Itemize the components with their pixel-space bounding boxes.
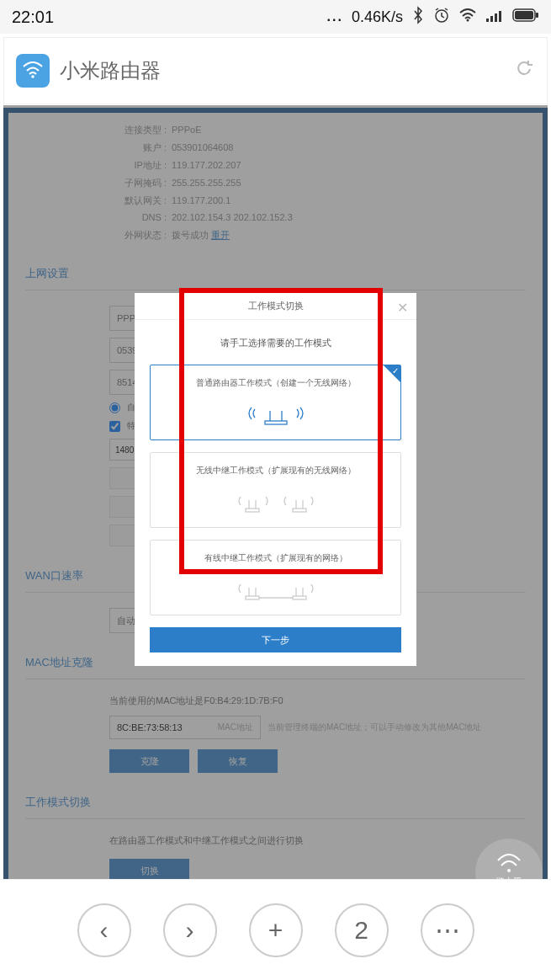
svg-point-1 — [467, 19, 469, 22]
page-title: 小米路由器 — [60, 57, 513, 84]
close-icon[interactable]: ✕ — [397, 300, 408, 316]
more-dots: ... — [327, 9, 343, 24]
svg-rect-8 — [536, 13, 538, 18]
svg-rect-15 — [246, 509, 259, 512]
router-icon — [159, 401, 392, 426]
forward-button[interactable]: › — [163, 903, 217, 957]
wireless-repeat-icon — [159, 488, 392, 514]
wired-repeat-icon — [159, 576, 392, 601]
alarm-icon — [433, 7, 450, 27]
back-button[interactable]: ‹ — [77, 903, 131, 957]
svg-point-26 — [507, 869, 511, 872]
mode-option-router[interactable]: 普通路由器工作模式（创建一个无线网络） — [150, 365, 401, 440]
battery-icon — [512, 8, 539, 25]
svg-rect-25 — [293, 596, 306, 599]
new-tab-button[interactable]: + — [249, 903, 303, 957]
svg-rect-12 — [265, 421, 287, 424]
mode-switch-modal: 工作模式切换 ✕ 请手工选择需要的工作模式 普通路由器工作模式（创建一个无线网络… — [135, 293, 416, 666]
mode-option-wireless-repeat[interactable]: 无线中继工作模式（扩展现有的无线网络） — [150, 452, 401, 528]
modal-header: 工作模式切换 ✕ — [135, 293, 416, 320]
refresh-icon[interactable] — [513, 58, 535, 83]
svg-rect-18 — [293, 509, 306, 512]
browser-bottom-nav: ‹ › + 2 ⋯ — [0, 879, 551, 980]
tabs-button[interactable]: 2 — [335, 903, 389, 957]
bluetooth-icon — [411, 6, 425, 28]
next-button[interactable]: 下一步 — [150, 627, 401, 652]
svg-rect-3 — [490, 16, 493, 22]
status-icons: ... 0.46K/s — [327, 6, 539, 28]
modal-prompt: 请手工选择需要的工作模式 — [150, 337, 401, 349]
svg-rect-7 — [515, 11, 533, 19]
signal-icon — [485, 8, 504, 26]
wifi-icon — [458, 8, 477, 26]
svg-rect-5 — [499, 11, 501, 22]
wifi-app-icon — [16, 54, 50, 88]
svg-rect-4 — [495, 13, 497, 22]
check-icon — [384, 365, 400, 382]
mode-option-wired-repeat[interactable]: 有线中继工作模式（扩展现有的网络） — [150, 540, 401, 615]
svg-rect-21 — [246, 596, 259, 599]
clock: 22:01 — [12, 8, 54, 27]
modal-title: 工作模式切换 — [248, 300, 304, 312]
net-speed: 0.46K/s — [352, 8, 403, 26]
svg-point-9 — [31, 75, 34, 78]
menu-button[interactable]: ⋯ — [421, 903, 474, 957]
status-bar: 22:01 ... 0.46K/s — [0, 0, 551, 34]
svg-rect-2 — [486, 19, 489, 22]
browser-title-bar: 小米路由器 — [3, 37, 548, 104]
